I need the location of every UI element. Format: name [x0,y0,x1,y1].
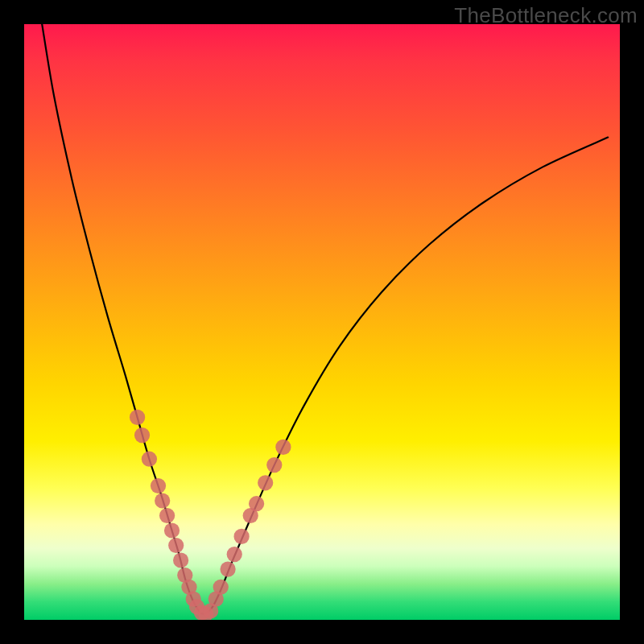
data-marker [164,522,180,538]
data-marker [233,529,249,544]
data-marker [275,440,291,455]
data-marker [173,552,188,568]
data-marker [168,538,184,553]
data-marker [134,427,150,443]
watermark-label: TheBottleneck.com [454,3,638,28]
bottleneck-curve [42,24,608,614]
plot-area [24,24,620,620]
curve-svg [24,24,620,620]
data-marker [227,547,242,562]
data-marker [249,496,264,511]
data-marker [130,410,145,425]
data-marker [220,561,235,576]
chart-frame: TheBottleneck.com [0,0,644,644]
data-marker [151,478,166,493]
data-marker [258,475,273,490]
data-marker [213,580,229,595]
data-marker [155,493,170,508]
data-marker [142,452,157,467]
data-marker [266,457,282,473]
data-marker [159,508,175,523]
